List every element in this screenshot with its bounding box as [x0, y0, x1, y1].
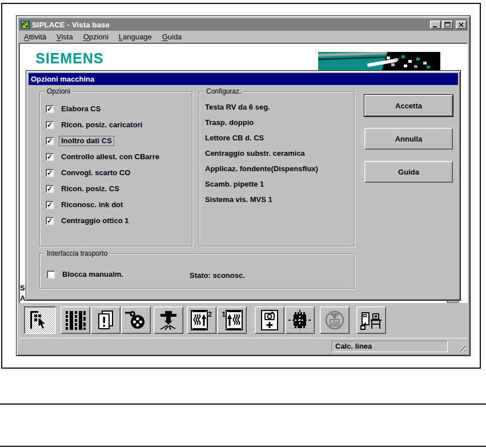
config-item: Centraggio substr. ceramica — [205, 146, 354, 161]
checkbox-label: Blocca manualm. — [60, 269, 126, 280]
toolbar-button-line-station[interactable] — [356, 306, 386, 334]
config-item: Applicaz. fondente(Dispensflux) — [205, 161, 354, 176]
checkbox-row: Blocca manualm. — [47, 269, 126, 280]
checkbox-row: ✓Ricon. posiz. caricatori — [40, 117, 192, 133]
machine-select-icon — [29, 310, 51, 330]
options-list: ✓Elabora CS✓Ricon. posiz. caricatori✓Ino… — [40, 101, 192, 229]
config-item: Trasp. doppio — [205, 115, 354, 130]
config-item: Testa RV da 6 seg. — [205, 99, 354, 115]
horizontal-rule — [0, 403, 486, 405]
toolbar-button-error-report[interactable] — [91, 306, 121, 334]
checkbox[interactable]: ✓ — [46, 185, 54, 193]
checkbox-row: ✓Ricon. posiz. CS — [40, 181, 192, 197]
options-group-label: Opzioni — [45, 87, 73, 95]
toolbar-button-pickup-station-2[interactable]: 2 — [187, 306, 216, 334]
page: SIPLACE - Vista base AttivitàVistaOpzion… — [0, 0, 486, 448]
close-button[interactable] — [456, 21, 467, 29]
checkbox[interactable]: ✓ — [46, 153, 54, 161]
checkbox-label: Inoltro dati CS — [59, 136, 114, 146]
resize-grip[interactable] — [458, 344, 466, 352]
checkbox-label: Ricon. posiz. CS — [59, 184, 122, 194]
checkbox[interactable]: ✓ — [46, 121, 54, 129]
config-item: Lettore CB d. CS — [205, 130, 354, 146]
line-station-icon — [360, 310, 383, 330]
configuration-list: Testa RV da 6 seg.Trasp. doppioLettore C… — [199, 92, 354, 207]
status-panel: Calc. linea — [331, 341, 448, 352]
toolbar-button-scrap-conveyor[interactable] — [121, 306, 151, 334]
config-item: Sistema vis. MVS 1 — [205, 192, 354, 207]
config-item: Scamb. pipette 1 — [205, 176, 354, 192]
toolbar-button-pickup-station-1[interactable]: 1 — [217, 306, 247, 334]
error-report-icon — [94, 310, 117, 330]
checkbox-row: ✓Controllo allest. con CBarre — [40, 149, 192, 165]
minimize-button[interactable] — [430, 21, 441, 29]
menu-bar: AttivitàVistaOpzioniLanguageGuida — [19, 31, 468, 43]
component-centering-icon — [288, 310, 311, 330]
checkbox-label: Centraggio ottico 1 — [59, 216, 131, 226]
transport-group-label: Interfaccia trasporto — [45, 249, 110, 257]
pickup-station-2-icon: 2 — [190, 310, 213, 330]
maximize-button[interactable] — [442, 21, 453, 29]
menu-item-attività[interactable]: Attività — [19, 31, 51, 42]
toolbar-button-camera-add[interactable] — [255, 306, 284, 334]
options-groupbox: Opzioni ✓Elabora CS✓Ricon. posiz. carica… — [39, 91, 192, 247]
checkbox[interactable]: ✓ — [46, 217, 54, 225]
checkbox-row: ✓Elabora CS — [40, 101, 192, 117]
transport-status-text: Stato: sconosc. — [190, 271, 245, 280]
toolbar: 21 — [19, 303, 468, 338]
menu-item-opzioni[interactable]: Opzioni — [78, 31, 114, 42]
checkbox-row: ✓Riconosc. ink dot — [40, 197, 192, 213]
checkbox-row: ✓Convogl. scarto CO — [40, 165, 192, 181]
block-manually-checkbox[interactable] — [47, 271, 55, 279]
checkbox-label: Controllo allest. con CBarre — [59, 152, 162, 162]
maximize-icon — [444, 22, 451, 28]
transport-interface-groupbox: Interfaccia trasporto Blocca manualm. St… — [39, 253, 355, 289]
toolbar-button-machine-vision-disabled — [320, 306, 350, 334]
menu-item-guida[interactable]: Guida — [157, 31, 187, 42]
checkbox-row: ✓Centraggio ottico 1 — [40, 213, 192, 229]
window-titlebar[interactable]: SIPLACE - Vista base — [19, 18, 468, 31]
toolbar-button-placement-head[interactable] — [154, 306, 183, 334]
siplace-app-icon — [21, 21, 30, 29]
toolbar-button-feeder-table[interactable] — [61, 306, 90, 334]
configuration-groupbox: Configuraz. Testa RV da 6 seg.Trasp. dop… — [199, 91, 355, 247]
background-partial-label: S — [20, 284, 25, 292]
menu-item-language[interactable]: Language — [114, 31, 157, 42]
checkbox-row: ✓Inoltro dati CS — [40, 133, 192, 149]
guida-button[interactable]: Guida — [364, 161, 453, 183]
siemens-logo: SIEMENS — [35, 50, 104, 67]
checkbox-label: Ricon. posiz. caricatori — [59, 120, 144, 130]
camera-add-icon — [258, 310, 281, 330]
svg-text:2: 2 — [208, 310, 212, 318]
checkbox-label: Elabora CS — [59, 104, 103, 114]
window-title: SIPLACE - Vista base — [32, 21, 110, 29]
window-controls — [430, 21, 467, 29]
checkbox[interactable]: ✓ — [46, 169, 54, 177]
minimize-icon — [432, 22, 439, 28]
dialog-titlebar[interactable]: Opzioni macchina — [29, 73, 458, 85]
horizontal-rule — [0, 446, 486, 447]
toolbar-button-machine-select[interactable] — [24, 306, 56, 334]
close-icon — [457, 22, 465, 28]
configuration-group-label: Configuraz. — [204, 87, 243, 95]
checkbox[interactable]: ✓ — [46, 201, 54, 209]
toolbar-button-component-centering[interactable] — [285, 306, 315, 334]
menu-item-vista[interactable]: Vista — [51, 31, 78, 42]
pickup-station-1-icon: 1 — [220, 310, 243, 330]
placement-head-icon — [157, 310, 180, 330]
dialog-title: Opzioni macchina — [29, 75, 94, 83]
checkbox-label: Riconosc. ink dot — [59, 200, 125, 210]
checkbox-label: Convogl. scarto CO — [59, 168, 132, 178]
machine-vision-disabled-icon — [323, 310, 346, 330]
annulla-button[interactable]: Annulla — [364, 128, 453, 150]
checkbox[interactable]: ✓ — [46, 105, 54, 113]
machine-photo — [318, 52, 440, 71]
scrap-conveyor-icon — [124, 310, 147, 330]
feeder-table-icon — [64, 310, 87, 330]
checkbox[interactable]: ✓ — [46, 137, 54, 145]
status-bar: Calc. linea — [19, 338, 468, 353]
svg-text:1: 1 — [222, 310, 226, 318]
machine-options-dialog: Opzioni macchina Opzioni ✓Elabora CS✓Ric… — [26, 70, 461, 301]
accetta-button[interactable]: Accetta — [364, 95, 453, 116]
